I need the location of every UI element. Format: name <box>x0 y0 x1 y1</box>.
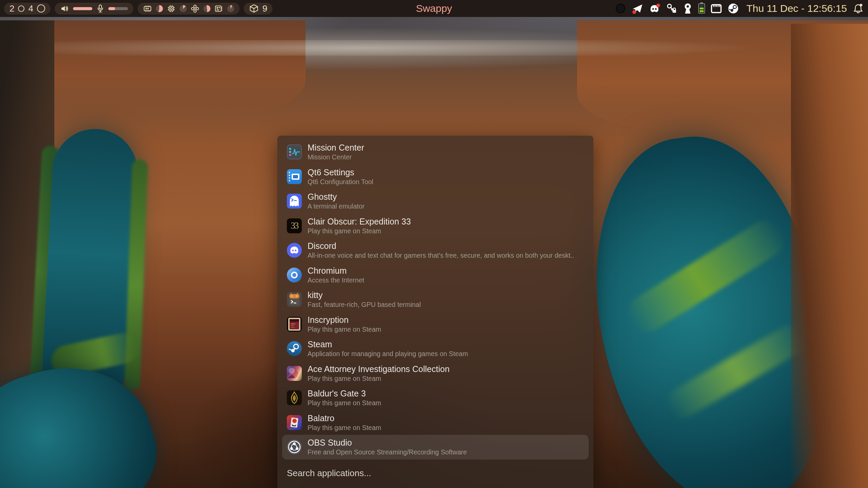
app-name: kitty <box>308 291 421 299</box>
app-name: Clair Obscur: Expedition 33 <box>308 217 411 226</box>
app-description: Application for managing and playing gam… <box>308 351 468 357</box>
app-description: Fast, feature-rich, GPU based terminal <box>308 301 421 308</box>
app-description: Free and Open Source Streaming/Recording… <box>308 449 467 456</box>
updates-module[interactable]: 9 <box>244 3 273 15</box>
app-list-item-qt6-settings[interactable]: Qt6 SettingsQt6 Configuration Tool <box>282 164 589 189</box>
bar-right-modules: Thu 11 Dec - 12:56:15 <box>614 2 864 15</box>
app-list-item-baldurs-gate-3[interactable]: Baldur's Gate 3Play this game on Steam <box>282 386 589 410</box>
obs-studio-icon <box>287 440 302 454</box>
mic-slider-fill <box>108 7 115 10</box>
app-list-item-ace-attorney[interactable]: Ace Attorney Investigations CollectionPl… <box>282 361 589 386</box>
workspace-circle-icon[interactable] <box>18 5 24 12</box>
app-name: Mission Center <box>308 143 364 152</box>
app-description: Access the Internet <box>308 277 364 284</box>
app-list-item-clair-obscur[interactable]: 33 Clair Obscur: Expedition 33Play this … <box>282 214 589 238</box>
microphone-icon <box>96 4 105 13</box>
speaker-icon <box>60 4 69 13</box>
app-description: A terminal emulator <box>308 203 365 210</box>
inscryption-icon <box>287 317 302 332</box>
baldurs-gate-3-icon <box>287 390 302 405</box>
gpu-board-icon <box>214 4 223 13</box>
ethernet-icon[interactable] <box>710 3 722 14</box>
disk-gauge <box>227 5 234 12</box>
keepassxc-icon[interactable] <box>666 3 677 14</box>
canyon-rock-right-edge <box>791 24 868 488</box>
discord-tray-icon[interactable] <box>648 3 661 14</box>
app-name: Discord <box>308 242 574 250</box>
speaker-slider[interactable] <box>73 7 92 10</box>
updates-count: 9 <box>262 4 267 13</box>
ghostty-icon <box>287 194 302 209</box>
workspace-label[interactable]: 2 <box>10 4 14 13</box>
system-tray <box>614 2 739 15</box>
notification-bell-icon[interactable] <box>852 3 864 14</box>
canyon-rim-highlight <box>0 40 868 56</box>
app-list-item-steam[interactable]: SteamApplication for managing and playin… <box>282 336 589 361</box>
memory-gauge <box>156 5 163 12</box>
app-name: Chromium <box>308 267 364 275</box>
cpu-icon <box>167 4 176 13</box>
app-list-item-obs-studio[interactable]: OBS StudioFree and Open Source Streaming… <box>282 435 589 460</box>
app-list-item-mission-center[interactable]: Mission CenterMission Center <box>282 140 589 164</box>
app-description: Play this game on Steam <box>308 425 381 431</box>
search-input[interactable]: Search applications... <box>287 468 371 479</box>
package-icon <box>249 4 259 13</box>
fan-icon <box>190 4 200 13</box>
app-list-item-inscryption[interactable]: InscryptionPlay this game on Steam <box>282 312 589 337</box>
app-name: Balatro <box>308 414 381 423</box>
discord-icon <box>287 243 302 258</box>
app-name: Qt6 Settings <box>308 168 373 177</box>
mission-center-icon <box>287 144 302 159</box>
app-name: Ghostty <box>308 193 365 201</box>
app-list-item-discord[interactable]: DiscordAll-in-one voice and text chat fo… <box>282 238 589 263</box>
app-description: All-in-one voice and text chat for gamer… <box>308 252 574 259</box>
app-description: Play this game on Steam <box>308 400 381 407</box>
cpu-gauge <box>180 5 187 12</box>
ace-attorney-icon <box>287 366 302 381</box>
clair-obscur-icon: 33 <box>287 218 302 233</box>
app-list-item-chromium[interactable]: ChromiumAccess the Internet <box>282 263 589 288</box>
app-name: Steam <box>308 340 468 349</box>
app-name: OBS Studio <box>308 438 467 447</box>
gpu-gauge <box>203 5 210 12</box>
workspace-circle-icon[interactable] <box>37 4 45 13</box>
top-status-bar: 2 4 <box>0 0 868 17</box>
speaker-slider-fill <box>73 7 92 10</box>
workspace-label[interactable]: 4 <box>28 4 33 13</box>
app-description: Qt6 Configuration Tool <box>308 179 373 186</box>
keyring-icon[interactable] <box>682 3 693 14</box>
workspace-switcher[interactable]: 2 4 <box>4 3 51 15</box>
telegram-icon[interactable] <box>632 3 643 14</box>
kitty-icon <box>287 292 302 307</box>
chromium-icon <box>287 268 302 282</box>
steam-tray-icon[interactable] <box>727 3 739 14</box>
app-list: Mission CenterMission Center Qt6 Setting… <box>277 136 593 460</box>
app-description: Mission Center <box>308 154 364 161</box>
app-name: Baldur's Gate 3 <box>308 389 381 398</box>
app-launcher-panel: Mission CenterMission Center Qt6 Setting… <box>277 136 593 488</box>
audio-module[interactable] <box>55 3 133 15</box>
memory-icon <box>143 4 152 13</box>
app-list-item-ghostty[interactable]: GhosttyA terminal emulator <box>282 189 589 214</box>
app-list-item-balatro[interactable]: BalatroPlay this game on Steam <box>282 410 589 435</box>
balatro-icon <box>287 415 302 430</box>
bar-left-modules: 2 4 <box>4 3 273 15</box>
qt6-settings-icon <box>287 169 302 184</box>
app-name: Ace Attorney Investigations Collection <box>308 365 449 373</box>
app-description: Play this game on Steam <box>308 326 381 333</box>
app-description: Play this game on Steam <box>308 228 411 235</box>
steam-icon <box>287 341 302 356</box>
mic-slider[interactable] <box>108 7 128 10</box>
app-description: Play this game on Steam <box>308 375 449 382</box>
steelseries-icon[interactable] <box>614 2 627 15</box>
clock[interactable]: Thu 11 Dec - 12:56:15 <box>746 3 847 14</box>
battery-icon[interactable] <box>698 3 705 14</box>
clair-obscur-glyph: 33 <box>287 218 302 233</box>
app-list-item-kitty[interactable]: kittyFast, feature-rich, GPU based termi… <box>282 287 589 312</box>
system-monitor-module[interactable] <box>137 3 240 15</box>
app-name: Inscryption <box>308 316 381 324</box>
